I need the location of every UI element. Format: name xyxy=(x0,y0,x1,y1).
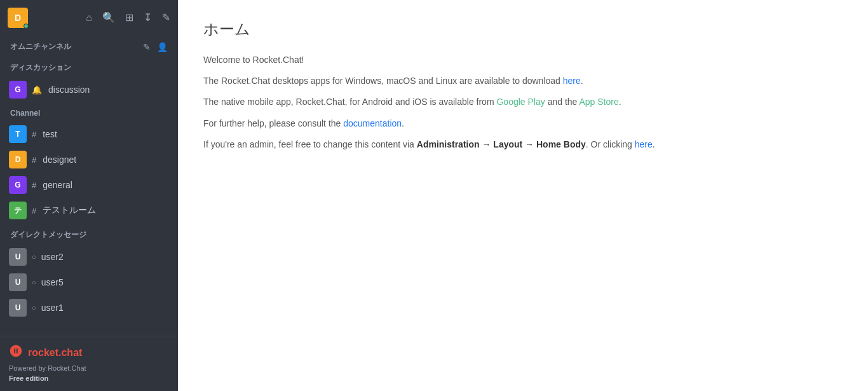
online-status-dot xyxy=(24,24,29,29)
line5-middle: . Or clicking xyxy=(586,139,635,149)
admin-path-bold: Administration → Layout → Home Body xyxy=(417,139,586,149)
testroom-label: テストルーム xyxy=(43,205,96,216)
discussion-avatar: G xyxy=(9,81,27,99)
sidebar-item-designet[interactable]: D # designet xyxy=(0,147,178,172)
sidebar-item-general[interactable]: G # general xyxy=(0,172,178,198)
user2-status-icon: ○ xyxy=(32,253,36,261)
hash-icon-testroom: # xyxy=(32,206,36,216)
toolbar-icons: ⌂ 🔍 ⊞ ↧ ✎ xyxy=(86,11,170,24)
channel-section-header: Channel xyxy=(0,102,178,121)
line2-before: The Rocket.Chat desktops apps for Window… xyxy=(203,76,563,86)
general-label: general xyxy=(43,180,72,190)
toolbar: D ⌂ 🔍 ⊞ ↧ ✎ xyxy=(0,0,178,35)
sidebar-item-user2[interactable]: U ○ user2 xyxy=(0,244,178,270)
page-title: ホーム xyxy=(203,19,843,39)
testroom-avatar: テ xyxy=(9,202,27,219)
line3-before: The native mobile app, Rocket.Chat, for … xyxy=(203,97,496,107)
line4-before: For further help, please consult the xyxy=(203,118,343,128)
user2-avatar: U xyxy=(9,248,27,266)
user1-status-icon: ○ xyxy=(32,304,36,312)
user1-avatar: U xyxy=(9,299,27,317)
google-play-link[interactable]: Google Play xyxy=(496,97,545,107)
sidebar-item-test[interactable]: T # test xyxy=(0,121,178,147)
app-store-link[interactable]: App Store xyxy=(579,97,618,107)
test-label: test xyxy=(43,129,57,139)
rocket-chat-logo: rocket.chat xyxy=(9,344,169,361)
omnichannel-icons: ✎ 👤 xyxy=(143,42,168,52)
sidebar: オムニチャンネル ✎ 👤 ディスカッション G 🔔 discussion Cha… xyxy=(0,0,178,391)
sort-icon[interactable]: ↧ xyxy=(144,11,152,24)
powered-by-text: Powered by Rocket.Chat Free edition xyxy=(9,364,169,383)
desktop-apps-line: The Rocket.Chat desktops apps for Window… xyxy=(203,73,843,89)
compose-icon[interactable]: ✎ xyxy=(162,11,170,24)
welcome-line: Welcome to Rocket.Chat! xyxy=(203,52,843,68)
desktop-here-link[interactable]: here xyxy=(563,76,581,86)
admin-here-link[interactable]: here xyxy=(635,139,653,149)
sidebar-item-discussion[interactable]: G 🔔 discussion xyxy=(0,77,178,102)
sidebar-item-user1[interactable]: U ○ user1 xyxy=(0,295,178,320)
user1-label: user1 xyxy=(41,303,64,313)
documentation-link[interactable]: documentation xyxy=(343,118,402,128)
line3-after: . xyxy=(619,97,621,107)
rocket-chat-name: rocket.chat xyxy=(28,347,82,359)
hash-icon-designet: # xyxy=(32,155,36,165)
sidebar-item-testroom[interactable]: テ # テストルーム xyxy=(0,198,178,223)
discussion-bell-icon: 🔔 xyxy=(32,85,42,95)
designet-label: designet xyxy=(43,154,76,165)
channel-section-label: Channel xyxy=(10,109,40,118)
user5-label: user5 xyxy=(41,277,64,287)
line5-after: . xyxy=(653,139,655,149)
avatar-letter: D xyxy=(15,13,21,23)
mobile-apps-line: The native mobile app, Rocket.Chat, for … xyxy=(203,94,843,110)
free-edition-label: Free edition xyxy=(9,374,169,383)
user2-label: user2 xyxy=(41,252,64,262)
hash-icon-test: # xyxy=(32,130,36,139)
discussion-label: discussion xyxy=(48,85,90,95)
line4-after: . xyxy=(402,118,404,128)
search-icon[interactable]: 🔍 xyxy=(102,11,115,24)
powered-by-label: Powered by Rocket.Chat xyxy=(9,364,169,373)
line5-before: If you're an admin, feel free to change … xyxy=(203,139,417,149)
omnichannel-section-header: オムニチャンネル ✎ 👤 xyxy=(0,35,178,56)
user-avatar[interactable]: D xyxy=(8,8,28,28)
dm-section-label: ダイレクトメッセージ xyxy=(10,230,86,240)
admin-line: If you're an admin, feel free to change … xyxy=(203,137,843,153)
user5-status-icon: ○ xyxy=(32,278,36,286)
user5-avatar: U xyxy=(9,273,27,291)
rocket-icon xyxy=(9,344,23,361)
dm-section-header: ダイレクトメッセージ xyxy=(0,223,178,244)
line3-middle: and the xyxy=(545,97,580,107)
help-line: For further help, please consult the doc… xyxy=(203,116,843,132)
sidebar-footer: rocket.chat Powered by Rocket.Chat Free … xyxy=(0,336,178,391)
welcome-text: Welcome to Rocket.Chat! xyxy=(203,55,304,65)
main-content: ホーム Welcome to Rocket.Chat! The Rocket.C… xyxy=(178,0,868,391)
test-avatar: T xyxy=(9,125,27,143)
home-icon[interactable]: ⌂ xyxy=(86,12,92,24)
line2-after: . xyxy=(581,76,583,86)
omnichannel-add-icon[interactable]: 👤 xyxy=(157,42,168,52)
discussion-section-label: ディスカッション xyxy=(10,62,71,73)
designet-avatar: D xyxy=(9,151,27,168)
omnichannel-edit-icon[interactable]: ✎ xyxy=(143,42,151,52)
omnichannel-label: オムニチャンネル xyxy=(10,41,71,52)
sidebar-item-user5[interactable]: U ○ user5 xyxy=(0,270,178,295)
discussion-section-header: ディスカッション xyxy=(0,56,178,77)
hash-icon-general: # xyxy=(32,181,36,190)
layout-icon[interactable]: ⊞ xyxy=(125,11,133,24)
general-avatar: G xyxy=(9,176,27,194)
